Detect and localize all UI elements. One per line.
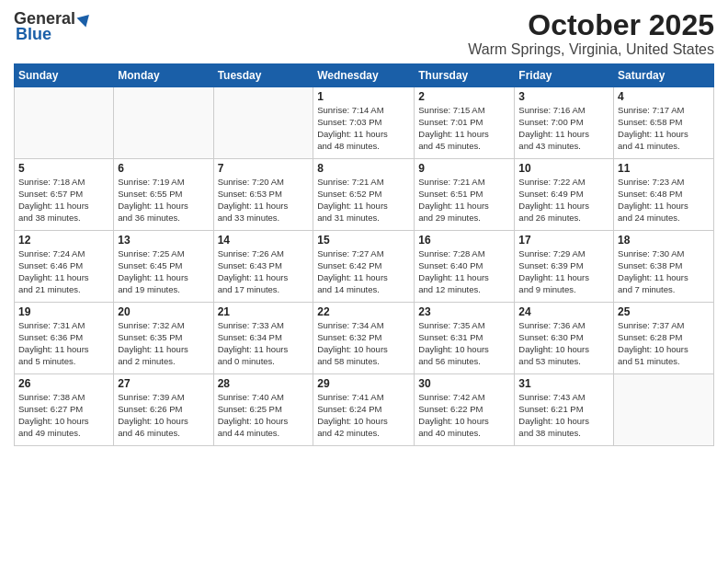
calendar-cell: [15, 87, 114, 159]
day-number: 10: [518, 162, 609, 175]
location-title: Warm Springs, Virginia, United States: [468, 41, 714, 58]
calendar-cell: 6Sunrise: 7:19 AM Sunset: 6:55 PM Daylig…: [114, 159, 213, 231]
day-info: Sunrise: 7:23 AM Sunset: 6:48 PM Dayligh…: [618, 177, 710, 224]
day-info: Sunrise: 7:34 AM Sunset: 6:32 PM Dayligh…: [317, 320, 410, 367]
day-info: Sunrise: 7:16 AM Sunset: 7:00 PM Dayligh…: [518, 105, 609, 152]
day-number: 21: [218, 305, 310, 318]
calendar-cell: 27Sunrise: 7:39 AM Sunset: 6:26 PM Dayli…: [114, 374, 213, 446]
calendar-cell: 29Sunrise: 7:41 AM Sunset: 6:24 PM Dayli…: [313, 374, 415, 446]
calendar-cell: 19Sunrise: 7:31 AM Sunset: 6:36 PM Dayli…: [15, 303, 114, 374]
day-info: Sunrise: 7:20 AM Sunset: 6:53 PM Dayligh…: [218, 177, 310, 224]
day-info: Sunrise: 7:32 AM Sunset: 6:35 PM Dayligh…: [118, 320, 209, 367]
day-info: Sunrise: 7:42 AM Sunset: 6:22 PM Dayligh…: [418, 392, 510, 439]
day-info: Sunrise: 7:33 AM Sunset: 6:34 PM Dayligh…: [218, 320, 310, 367]
calendar-cell: 20Sunrise: 7:32 AM Sunset: 6:35 PM Dayli…: [114, 303, 213, 374]
calendar-cell: [213, 87, 313, 159]
page-container: General Blue October 2025 Warm Springs, …: [0, 0, 728, 451]
day-info: Sunrise: 7:39 AM Sunset: 6:26 PM Dayligh…: [118, 392, 209, 439]
svg-marker-0: [77, 11, 93, 27]
day-info: Sunrise: 7:38 AM Sunset: 6:27 PM Dayligh…: [18, 392, 109, 439]
calendar-cell: 30Sunrise: 7:42 AM Sunset: 6:22 PM Dayli…: [415, 374, 515, 446]
day-info: Sunrise: 7:27 AM Sunset: 6:42 PM Dayligh…: [317, 248, 410, 295]
day-info: Sunrise: 7:19 AM Sunset: 6:55 PM Dayligh…: [118, 177, 209, 224]
day-info: Sunrise: 7:37 AM Sunset: 6:28 PM Dayligh…: [618, 320, 710, 367]
header: General Blue October 2025 Warm Springs, …: [14, 9, 714, 58]
calendar-cell: 12Sunrise: 7:24 AM Sunset: 6:46 PM Dayli…: [15, 231, 114, 303]
calendar-cell: 7Sunrise: 7:20 AM Sunset: 6:53 PM Daylig…: [213, 159, 313, 231]
day-number: 30: [418, 377, 510, 390]
day-number: 22: [317, 305, 410, 318]
col-saturday: Saturday: [614, 64, 714, 87]
day-number: 28: [218, 377, 310, 390]
day-number: 23: [418, 305, 510, 318]
calendar-cell: 9Sunrise: 7:21 AM Sunset: 6:51 PM Daylig…: [415, 159, 515, 231]
calendar-cell: 2Sunrise: 7:15 AM Sunset: 7:01 PM Daylig…: [415, 87, 515, 159]
calendar-cell: 14Sunrise: 7:26 AM Sunset: 6:43 PM Dayli…: [213, 231, 313, 303]
calendar-week-0: 1Sunrise: 7:14 AM Sunset: 7:03 PM Daylig…: [15, 87, 714, 159]
calendar-week-2: 12Sunrise: 7:24 AM Sunset: 6:46 PM Dayli…: [15, 231, 714, 303]
calendar-cell: 11Sunrise: 7:23 AM Sunset: 6:48 PM Dayli…: [614, 159, 714, 231]
day-info: Sunrise: 7:24 AM Sunset: 6:46 PM Dayligh…: [18, 248, 109, 295]
day-info: Sunrise: 7:28 AM Sunset: 6:40 PM Dayligh…: [418, 248, 510, 295]
day-number: 26: [18, 377, 109, 390]
day-info: Sunrise: 7:22 AM Sunset: 6:49 PM Dayligh…: [518, 177, 609, 224]
calendar-cell: 8Sunrise: 7:21 AM Sunset: 6:52 PM Daylig…: [313, 159, 415, 231]
day-info: Sunrise: 7:31 AM Sunset: 6:36 PM Dayligh…: [18, 320, 109, 367]
day-number: 13: [118, 234, 209, 247]
calendar-cell: 26Sunrise: 7:38 AM Sunset: 6:27 PM Dayli…: [15, 374, 114, 446]
day-info: Sunrise: 7:41 AM Sunset: 6:24 PM Dayligh…: [317, 392, 410, 439]
calendar-cell: 3Sunrise: 7:16 AM Sunset: 7:00 PM Daylig…: [515, 87, 614, 159]
day-info: Sunrise: 7:29 AM Sunset: 6:39 PM Dayligh…: [518, 248, 609, 295]
logo-blue: Blue: [16, 25, 51, 44]
day-number: 17: [518, 234, 609, 247]
col-friday: Friday: [515, 64, 614, 87]
day-number: 8: [317, 162, 410, 175]
calendar-cell: 4Sunrise: 7:17 AM Sunset: 6:58 PM Daylig…: [614, 87, 714, 159]
calendar-cell: 31Sunrise: 7:43 AM Sunset: 6:21 PM Dayli…: [515, 374, 614, 446]
calendar-cell: 18Sunrise: 7:30 AM Sunset: 6:38 PM Dayli…: [614, 231, 714, 303]
day-number: 15: [317, 234, 410, 247]
calendar-cell: 22Sunrise: 7:34 AM Sunset: 6:32 PM Dayli…: [313, 303, 415, 374]
day-info: Sunrise: 7:14 AM Sunset: 7:03 PM Dayligh…: [317, 105, 410, 152]
day-number: 14: [218, 234, 310, 247]
day-info: Sunrise: 7:21 AM Sunset: 6:51 PM Dayligh…: [418, 177, 510, 224]
day-info: Sunrise: 7:21 AM Sunset: 6:52 PM Dayligh…: [317, 177, 410, 224]
day-number: 18: [618, 234, 710, 247]
calendar-cell: [614, 374, 714, 446]
day-info: Sunrise: 7:30 AM Sunset: 6:38 PM Dayligh…: [618, 248, 710, 295]
day-info: Sunrise: 7:40 AM Sunset: 6:25 PM Dayligh…: [218, 392, 310, 439]
month-title: October 2025: [468, 9, 714, 41]
calendar-week-1: 5Sunrise: 7:18 AM Sunset: 6:57 PM Daylig…: [15, 159, 714, 231]
day-number: 2: [418, 90, 510, 103]
day-info: Sunrise: 7:15 AM Sunset: 7:01 PM Dayligh…: [418, 105, 510, 152]
logo-icon: [76, 11, 93, 28]
day-info: Sunrise: 7:35 AM Sunset: 6:31 PM Dayligh…: [418, 320, 510, 367]
calendar-cell: 5Sunrise: 7:18 AM Sunset: 6:57 PM Daylig…: [15, 159, 114, 231]
day-number: 4: [618, 90, 710, 103]
calendar: Sunday Monday Tuesday Wednesday Thursday…: [14, 63, 714, 446]
title-block: October 2025 Warm Springs, Virginia, Uni…: [468, 9, 714, 58]
day-info: Sunrise: 7:18 AM Sunset: 6:57 PM Dayligh…: [18, 177, 109, 224]
calendar-cell: 21Sunrise: 7:33 AM Sunset: 6:34 PM Dayli…: [213, 303, 313, 374]
day-number: 12: [18, 234, 109, 247]
day-info: Sunrise: 7:26 AM Sunset: 6:43 PM Dayligh…: [218, 248, 310, 295]
day-number: 31: [518, 377, 609, 390]
day-number: 6: [118, 162, 209, 175]
calendar-header-row: Sunday Monday Tuesday Wednesday Thursday…: [15, 64, 714, 87]
day-number: 9: [418, 162, 510, 175]
calendar-week-3: 19Sunrise: 7:31 AM Sunset: 6:36 PM Dayli…: [15, 303, 714, 374]
calendar-cell: 25Sunrise: 7:37 AM Sunset: 6:28 PM Dayli…: [614, 303, 714, 374]
day-number: 11: [618, 162, 710, 175]
day-number: 7: [218, 162, 310, 175]
day-number: 16: [418, 234, 510, 247]
col-monday: Monday: [114, 64, 213, 87]
day-info: Sunrise: 7:43 AM Sunset: 6:21 PM Dayligh…: [518, 392, 609, 439]
day-number: 3: [518, 90, 609, 103]
day-number: 19: [18, 305, 109, 318]
calendar-cell: 15Sunrise: 7:27 AM Sunset: 6:42 PM Dayli…: [313, 231, 415, 303]
calendar-cell: [114, 87, 213, 159]
calendar-cell: 13Sunrise: 7:25 AM Sunset: 6:45 PM Dayli…: [114, 231, 213, 303]
day-number: 5: [18, 162, 109, 175]
calendar-cell: 23Sunrise: 7:35 AM Sunset: 6:31 PM Dayli…: [415, 303, 515, 374]
logo: General Blue: [14, 9, 94, 44]
